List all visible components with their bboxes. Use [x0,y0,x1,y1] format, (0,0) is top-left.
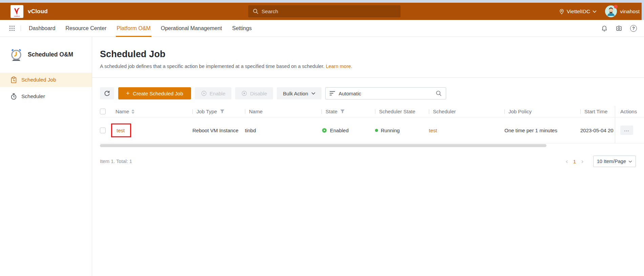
sidebar-item-scheduler[interactable]: Scheduler [0,89,92,104]
scheduler-icon [11,93,17,100]
enable-button-label: Enable [210,91,226,96]
ellipsis-icon: ... [624,127,629,132]
sidebar-item-scheduled-job[interactable]: Scheduled Job [0,73,92,87]
chevron-down-icon [311,92,315,95]
prev-page-icon[interactable]: ‹ [565,158,569,165]
region-selector[interactable]: ViettelIDC [559,8,597,15]
row-name-cell: test [116,117,192,143]
nav-item-settings[interactable]: Settings [232,20,252,37]
disable-button[interactable]: Disable [235,87,273,99]
global-search[interactable] [248,5,400,17]
avatar[interactable] [605,5,617,17]
row-checkbox[interactable] [100,128,106,133]
top-bar-right: ViettelIDC vinahost [559,3,640,20]
header-state-label: State [326,109,337,114]
row-scheduler-state-cell: Running [375,117,429,143]
filter-funnel-icon[interactable] [340,109,345,114]
header-start-time-label: Start Time [584,109,607,114]
refresh-button[interactable] [100,87,114,99]
search-icon[interactable] [436,90,442,96]
header-job-policy-label: Job Policy [508,109,532,114]
vinahost-logo-icon: vinahost [11,6,23,17]
header-name2-label: Name [249,109,263,114]
row-scheduler-cell: test [429,117,504,143]
row-job-policy-cell: One time per 1 minutes [504,117,580,143]
notification-dot [614,5,618,8]
refresh-icon [104,90,110,97]
list-footer: Item 1. Total: 1 ‹ 1 › 10 Item/Page [100,156,644,167]
bulk-action-button[interactable]: Bulk Action [277,87,321,99]
page-description: A scheduled job defines that a specific … [100,64,644,69]
bulk-action-label: Bulk Action [283,91,308,96]
scheduler-state-value: Running [381,128,400,133]
header-job-type[interactable]: Job Type [192,106,245,117]
chevron-down-icon [593,10,597,13]
header-name-label: Name [116,109,129,114]
header-job-policy: Job Policy [504,106,580,117]
sidebar-title: Scheduled O&M [28,51,73,58]
page-number[interactable]: 1 [573,159,576,164]
sidebar: Scheduled O&M Scheduled Job Scheduler [0,37,92,276]
learn-more-link[interactable]: Learn more. [326,64,352,69]
help-icon[interactable]: ? [630,25,637,32]
job-name-link[interactable]: test [117,128,125,133]
filter-search-input[interactable] [339,91,432,96]
vcloud-console: vinahost vCloud ViettelIDC [0,0,644,276]
instance-name-value: tinbd [245,128,256,133]
page-size-label: 10 Item/Page [597,159,626,164]
browser-edge-strip-right [642,0,644,20]
table-header-row: Name Job Type Name [100,106,644,117]
enabled-play-badge-icon [321,128,327,133]
nav-divider [21,25,21,31]
create-button-label: Create Scheduled Job [133,91,183,96]
console-timer-icon[interactable] [616,25,622,32]
header-scheduler-label: Scheduler [433,109,456,114]
row-start-time-cell: 2023-05-04 20 [580,117,615,143]
brand-name: vCloud [28,8,48,15]
next-page-icon[interactable]: › [580,158,584,165]
filter-lines-icon [330,91,335,96]
toolbar: + Create Scheduled Job Enable Disable [100,87,644,99]
row-actions-button[interactable]: ... [620,125,633,135]
filter-funnel-icon[interactable] [220,109,225,114]
header-scheduler-state: Scheduler State [375,106,429,117]
header-state[interactable]: State [321,106,375,117]
nav-item-resource-center[interactable]: Resource Center [65,20,106,37]
select-all-checkbox[interactable] [100,109,106,114]
header-checkbox-cell [100,106,116,117]
header-scheduler-state-label: Scheduler State [379,109,415,114]
page-body: Scheduled O&M Scheduled Job Scheduler [0,37,644,276]
filter-search-box[interactable] [325,87,446,99]
enable-button[interactable]: Enable [195,87,232,99]
start-time-value: 2023-05-04 20 [580,128,614,133]
header-actions: Actions [615,106,644,117]
item-count-summary: Item 1. Total: 1 [100,159,132,164]
job-policy-value: One time per 1 minutes [504,128,557,133]
red-annotation-box: test [111,123,131,137]
create-scheduled-job-button[interactable]: + Create Scheduled Job [118,87,191,99]
nav-item-dashboard[interactable]: Dashboard [29,20,55,37]
header-name2: Name [245,106,321,117]
sort-icon[interactable] [131,109,134,114]
nav-item-platform-om[interactable]: Platform O&M [117,20,150,37]
vinahost-logo[interactable]: vinahost [11,5,23,18]
bell-icon[interactable] [601,25,608,32]
global-search-input[interactable] [262,8,396,15]
row-state-cell: Enabled [321,117,375,143]
sidebar-header: Scheduled O&M [0,48,92,61]
page-description-text: A scheduled job defines that a specific … [100,64,325,69]
username-label[interactable]: vinahost [620,8,640,15]
search-icon [253,8,258,14]
nav-item-operational-management[interactable]: Operational Management [161,20,222,37]
page-size-select[interactable]: 10 Item/Page [593,156,636,167]
app-grid-icon[interactable] [9,25,15,31]
scheduler-link[interactable]: test [429,128,437,133]
disable-button-label: Disable [250,91,267,96]
horizontal-scrollbar[interactable] [100,144,546,147]
header-scheduler: Scheduler [429,106,504,117]
header-name[interactable]: Name [116,106,192,117]
sidebar-item-label: Scheduler [21,93,45,99]
scheduled-job-icon [11,76,17,84]
running-status-dot [375,129,378,132]
region-label: ViettelIDC [567,8,590,15]
